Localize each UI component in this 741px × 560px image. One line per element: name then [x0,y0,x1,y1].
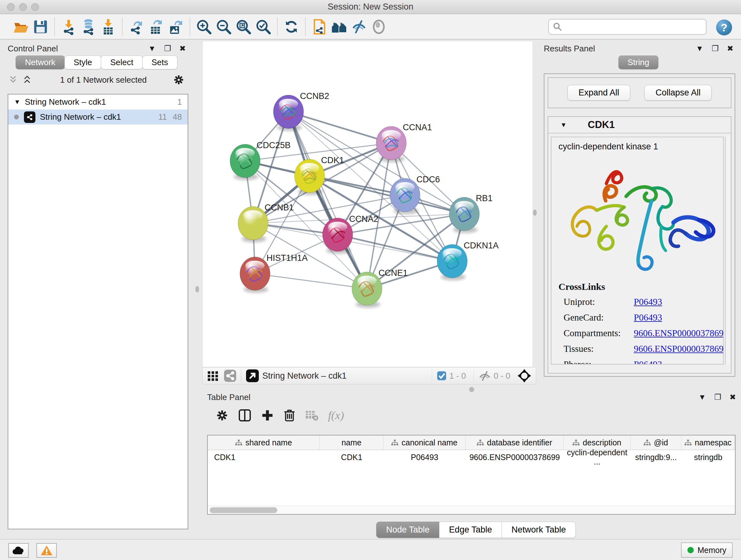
tab-style[interactable]: Style [64,56,102,69]
panel-float-icon[interactable]: ❐ [712,44,719,53]
scrollbar-thumb[interactable] [210,507,277,513]
zoom-selected-button[interactable] [253,17,273,37]
export-image-button[interactable] [166,17,186,37]
tab-network[interactable]: Network [16,56,64,69]
splitter-handle[interactable] [195,286,199,293]
import-network-file-button[interactable] [59,17,78,37]
graph-node-CCNE1[interactable]: CCNE1 [352,268,408,308]
column-header-name[interactable]: name [320,435,384,449]
delete-table-button[interactable] [305,410,319,421]
panel-menu-icon[interactable]: ▼ [148,44,156,53]
graph-node-RB1[interactable]: RB1 [449,193,493,233]
tab-select[interactable]: Select [101,56,142,69]
disclosure-triangle-icon[interactable]: ▼ [14,98,20,106]
toolbar-separator [432,369,432,382]
tab-sets[interactable]: Sets [142,56,178,69]
table-horizontal-scrollbar[interactable] [208,506,735,514]
table-cell[interactable]: CDK1 [320,453,384,462]
crosslink-tissues[interactable]: 9606.ENSP00000378699 [634,344,724,354]
collapse-all-button[interactable]: Collapse All [644,85,712,101]
expand-all-button[interactable]: Expand All [567,85,630,101]
memory-button[interactable]: Memory [681,543,733,558]
panel-menu-icon[interactable]: ▼ [696,44,704,53]
network-options-gear-icon[interactable] [173,74,185,85]
table-cell[interactable]: P06493 [384,453,466,462]
table-options-button[interactable] [216,409,228,422]
cloud-status-button[interactable] [8,543,29,558]
graph-edge-CCNA2-CDKN1A[interactable] [338,235,452,261]
panel-close-icon[interactable]: ✖ [730,393,736,401]
gene-section-header[interactable]: ▼ CDK1 [548,117,731,133]
crosslink-genecard[interactable]: P06493 [634,312,724,323]
table-cell[interactable]: stringdb [681,453,735,462]
graph-edge-HIST1H1A-CCNE1[interactable] [255,273,367,289]
show-all-button[interactable] [369,17,389,37]
function-builder-button[interactable]: f(x) [328,409,344,422]
export-table-button[interactable] [146,17,166,37]
disclosure-triangle-icon[interactable]: ▼ [560,121,567,129]
table-row[interactable]: CDK1CDK1P064939606.ENSP00000378699cyclin… [208,450,735,464]
panel-close-icon[interactable]: ✖ [727,44,733,53]
graph-node-CCNA1[interactable]: CCNA1 [376,123,432,162]
new-network-from-selection-button[interactable] [310,17,329,37]
collapse-all-icon[interactable] [9,75,20,84]
crosslink-compartments[interactable]: 9606.ENSP00000378699 [634,328,724,338]
apply-layout-button[interactable] [281,17,301,37]
table-cell[interactable]: 9606.ENSP00000378699 [466,453,563,462]
splitter-handle[interactable] [533,209,537,216]
network-row[interactable]: String Network – cdk1 11 48 [8,110,188,125]
results-scrollbar[interactable] [725,137,730,365]
delete-column-button[interactable] [283,409,295,422]
warnings-button[interactable] [37,543,57,558]
network-collection-row[interactable]: ▼ String Network – cdk1 1 [8,95,188,110]
export-network-button[interactable] [126,17,146,37]
hidden-eye-slash-icon[interactable] [478,370,491,381]
zoom-out-button[interactable] [214,17,233,37]
save-session-button[interactable] [30,17,51,37]
tab-node-table[interactable]: Node Table [376,522,440,538]
search-input[interactable] [562,20,706,33]
network-view-mode-button[interactable] [224,369,237,382]
expand-all-icon[interactable] [23,75,34,84]
zoom-in-button[interactable] [194,17,214,37]
table-cell[interactable]: cyclin-dependent ... [563,448,630,466]
column-header-shared-name[interactable]: shared name [208,435,320,449]
graph-node-CCNB2[interactable]: CCNB2 [273,91,329,131]
panel-float-icon[interactable]: ❐ [164,44,171,53]
graph-node-CDKN1A[interactable]: CDKN1A [437,241,499,280]
tab-string[interactable]: String [618,56,659,69]
show-columns-button[interactable] [238,409,252,422]
open-session-button[interactable] [11,17,30,37]
column-header-database-identifier[interactable]: database identifier [466,435,563,449]
panel-close-icon[interactable]: ✖ [179,44,186,53]
network-view-canvas[interactable]: CCNB2CCNA1CDC25BCDK1CDC6RB1CCNB1CCNA2CDK… [202,41,533,367]
selected-checkbox-icon[interactable] [436,371,447,381]
first-neighbors-button[interactable] [329,17,349,37]
panel-float-icon[interactable]: ❐ [714,393,721,401]
graph-node-CDC25B[interactable]: CDC25B [230,140,291,180]
fit-content-button[interactable] [517,369,531,383]
import-table-file-button[interactable] [98,17,118,37]
birds-eye-view-button[interactable] [246,369,259,382]
add-column-button[interactable] [261,409,274,422]
table-cell[interactable]: CDK1 [208,453,320,462]
graph-node-CCNB1[interactable]: CCNB1 [238,203,294,242]
column-header-description[interactable]: description [563,435,630,449]
graph-node-CCNA2[interactable]: CCNA2 [323,214,379,254]
grid-mode-button[interactable] [207,370,219,381]
table-cell[interactable]: stringdb:9... [630,453,682,462]
graph-edge-CCNB2-CCNA1[interactable] [288,112,391,143]
help-button[interactable]: ? [716,19,732,36]
column-header-@id[interactable]: @id [630,435,682,449]
hide-selection-button[interactable] [349,17,369,37]
crosslink-pharos[interactable]: P06493 [634,359,724,365]
panel-menu-icon[interactable]: ▼ [698,393,706,401]
column-header-canonical-name[interactable]: canonical name [384,435,466,449]
column-header-namespac[interactable]: namespac [681,435,735,449]
tab-edge-table[interactable]: Edge Table [439,522,502,538]
tab-network-table[interactable]: Network Table [502,522,576,538]
import-network-database-button[interactable] [78,17,98,37]
graph-node-HIST1H1A[interactable]: HIST1H1A [240,253,308,293]
crosslink-uniprot[interactable]: P06493 [634,297,724,307]
zoom-fit-button[interactable] [233,17,253,37]
